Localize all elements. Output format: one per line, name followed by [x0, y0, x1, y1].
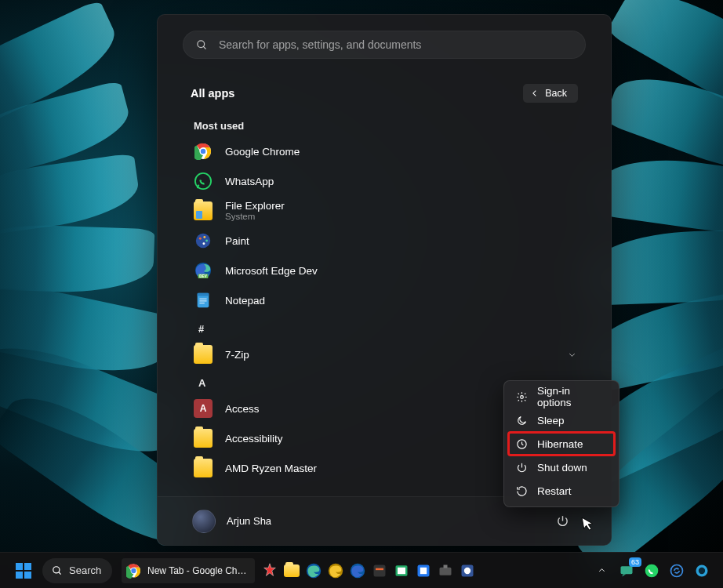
section-hash[interactable]: #: [198, 323, 594, 335]
tray-app[interactable]: [692, 561, 712, 581]
app-icon: [394, 563, 409, 579]
task-label: New Tab - Google Chrom: [147, 565, 247, 576]
folder-icon: [194, 429, 213, 448]
back-label: Back: [545, 88, 567, 99]
svg-rect-29: [376, 568, 383, 570]
taskbar-file-explorer[interactable]: [282, 561, 302, 581]
power-hibernate[interactable]: Hibernate: [508, 432, 615, 456]
svg-point-39: [645, 564, 659, 577]
taskbar-icon-8[interactable]: [413, 561, 434, 581]
power-restart[interactable]: Restart: [508, 479, 615, 503]
menu-label: Sleep: [537, 415, 565, 426]
menu-label: Hibernate: [537, 438, 583, 450]
app-notepad[interactable]: Notepad: [191, 285, 594, 315]
chrome-icon: [126, 563, 141, 579]
edge-canary-icon: [327, 562, 344, 579]
whatsapp-icon: [194, 172, 213, 191]
start-button[interactable]: [8, 557, 39, 584]
cursor-icon: [580, 515, 595, 532]
power-icon: [516, 462, 528, 474]
svg-line-22: [59, 572, 61, 574]
restart-icon: [516, 485, 528, 497]
menu-label: Shut down: [537, 462, 587, 474]
menu-label: Restart: [537, 485, 572, 497]
taskbar-icon-6[interactable]: [369, 561, 390, 581]
user-name[interactable]: Arjun Sha: [227, 515, 271, 527]
app-7zip[interactable]: 7-Zip: [191, 339, 594, 369]
power-shutdown[interactable]: Shut down: [508, 456, 615, 479]
section-most-used[interactable]: Most used: [194, 120, 594, 132]
svg-point-6: [196, 234, 210, 248]
chevron-up-icon: [598, 566, 606, 575]
tray-hidden-icons[interactable]: [591, 561, 612, 581]
app-paint[interactable]: Paint: [191, 226, 594, 256]
folder-icon: [194, 459, 213, 477]
taskbar-icon-1[interactable]: [260, 561, 280, 581]
power-icon: [556, 514, 569, 528]
circle-app-icon: [694, 563, 710, 579]
svg-point-19: [521, 395, 524, 398]
svg-rect-33: [420, 567, 427, 573]
svg-rect-34: [440, 567, 452, 575]
app-label: File Explorer: [225, 200, 285, 212]
svg-point-21: [53, 566, 60, 572]
app-label: AMD Ryzen Master: [225, 463, 317, 474]
taskbar: Search New Tab - Google Chrom: [0, 552, 723, 588]
app-icon: [372, 563, 387, 579]
svg-point-40: [671, 564, 683, 576]
svg-point-24: [131, 568, 136, 572]
chrome-icon: [194, 142, 213, 161]
chevron-left-icon: [531, 89, 539, 97]
svg-rect-31: [398, 567, 405, 573]
app-label: Access: [225, 403, 260, 415]
edge-icon: [305, 562, 322, 579]
taskbar-chrome-window[interactable]: New Tab - Google Chrom: [122, 558, 255, 583]
svg-point-42: [699, 567, 705, 573]
taskbar-edge-2[interactable]: [325, 561, 346, 581]
tray-messages[interactable]: [616, 561, 637, 581]
star-icon: [261, 562, 278, 579]
user-avatar[interactable]: [192, 510, 216, 533]
taskbar-search[interactable]: Search: [42, 558, 112, 583]
messages-icon: [619, 563, 634, 579]
search-placeholder: Search for apps, settings, and documents: [219, 38, 421, 51]
power-signin-options[interactable]: Sign-in options: [508, 385, 615, 408]
clock-icon: [516, 438, 528, 450]
app-label: Google Chrome: [225, 146, 300, 158]
power-sleep[interactable]: Sleep: [508, 408, 615, 432]
tray-whatsapp[interactable]: [641, 561, 662, 581]
app-label: Paint: [225, 235, 249, 247]
power-menu: Sign-in options Sleep Hibernate Shut dow…: [503, 380, 619, 507]
power-button[interactable]: [548, 507, 576, 535]
app-sublabel: System: [225, 212, 285, 222]
sync-icon: [669, 563, 685, 579]
app-file-explorer[interactable]: File Explorer System: [191, 196, 594, 226]
tray-sync[interactable]: [667, 561, 687, 581]
taskbar-icon-7[interactable]: [391, 561, 412, 581]
whatsapp-icon: [644, 563, 659, 579]
taskbar-edge-3[interactable]: [347, 561, 368, 581]
svg-point-10: [202, 242, 205, 245]
back-button[interactable]: Back: [523, 84, 578, 103]
taskbar-icon-10[interactable]: [457, 561, 478, 581]
svg-point-8: [203, 236, 205, 238]
app-google-chrome[interactable]: Google Chrome: [191, 136, 594, 166]
windows-logo-icon: [16, 563, 31, 579]
search-input[interactable]: Search for apps, settings, and documents: [183, 31, 586, 59]
svg-point-9: [205, 240, 208, 242]
access-icon: A: [194, 399, 213, 418]
taskbar-icon-9[interactable]: [435, 561, 456, 581]
svg-rect-35: [444, 564, 448, 568]
app-edge-dev[interactable]: DEV Microsoft Edge Dev: [191, 256, 594, 285]
app-label: Notepad: [225, 295, 265, 307]
app-icon: [416, 563, 431, 579]
chevron-down-icon: [568, 350, 576, 359]
search-icon: [196, 39, 208, 51]
app-icon: [438, 563, 453, 579]
taskbar-edge-1[interactable]: [303, 561, 324, 581]
menu-label: Sign-in options: [537, 385, 607, 408]
svg-rect-28: [374, 564, 386, 576]
app-whatsapp[interactable]: WhatsApp: [191, 166, 594, 196]
folder-icon: [194, 345, 213, 364]
moon-icon: [516, 415, 528, 426]
